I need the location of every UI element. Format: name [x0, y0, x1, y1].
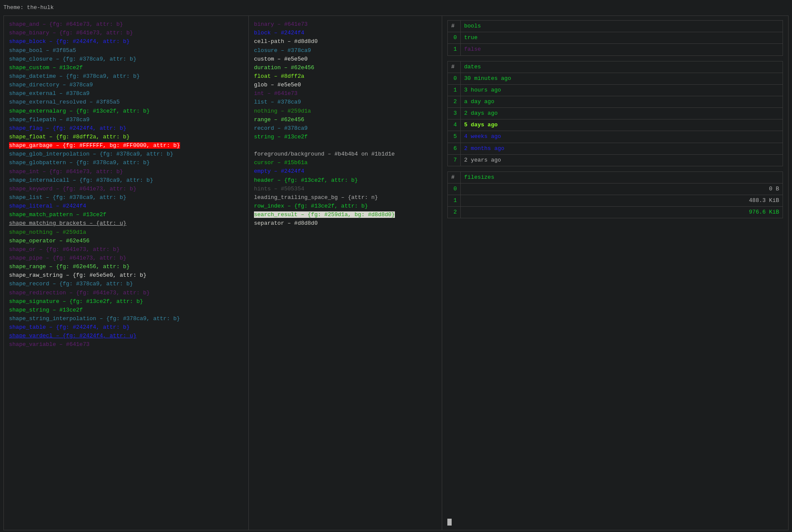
- search-highlight: search_result – {fg: #259d1a, bg: #d8d8d…: [254, 211, 395, 218]
- list-item: cell-path – #d8d8d0: [254, 37, 437, 46]
- list-item: shape_int – {fg: #641e73, attr: b}: [9, 168, 243, 176]
- list-item: shape_range – {fg: #62e456, attr: b}: [9, 263, 243, 271]
- list-item: shape_table – {fg: #2424f4, attr: b}: [9, 323, 243, 332]
- date-value: 3 hours ago: [461, 84, 783, 96]
- left-column: shape_and – {fg: #641e73, attr: b} shape…: [4, 16, 249, 530]
- terminal-cursor-area: [447, 223, 783, 526]
- list-item: shape_literal – #2424f4: [9, 202, 243, 211]
- row-index: 3: [448, 108, 461, 119]
- list-item: leading_trailing_space_bg – {attr: n}: [254, 193, 437, 202]
- list-item: shape_filepath – #378ca9: [9, 116, 243, 124]
- table-row: 2 976.6 KiB: [448, 207, 783, 218]
- list-item: shape_variable – #641e73: [9, 340, 243, 349]
- list-item: closure – #378ca9: [254, 46, 437, 55]
- list-item: shape_redirection – {fg: #641e73, attr: …: [9, 289, 243, 297]
- list-item: string – #13ce2f: [254, 133, 437, 141]
- date-value: 2 months ago: [461, 143, 783, 154]
- list-item: shape_record – {fg: #378ca9, attr: b}: [9, 280, 243, 288]
- list-item: range – #62e456: [254, 116, 437, 124]
- filesize-value: 0 B: [461, 183, 783, 195]
- filesize-value: 976.6 KiB: [461, 207, 783, 218]
- row-index: 1: [448, 195, 461, 207]
- garbage-highlight: shape_garbage – {fg: #FFFFFF, bg: #FF000…: [9, 142, 180, 149]
- list-item: shape_external – #378ca9: [9, 89, 243, 98]
- table-row: 1 3 hours ago: [448, 84, 783, 96]
- table-row: 3 2 days ago: [448, 108, 783, 119]
- list-item: record – #378ca9: [254, 124, 437, 133]
- row-index: 2: [448, 96, 461, 107]
- bool-value: false: [461, 44, 783, 55]
- list-item: shape_pipe – {fg: #641e73, attr: b}: [9, 254, 243, 263]
- list-item: glob – #e5e5e0: [254, 81, 437, 89]
- date-value: 5 days ago: [461, 119, 783, 131]
- list-item: empty – #2424f4: [254, 167, 437, 176]
- main-layout: shape_and – {fg: #641e73, attr: b} shape…: [3, 15, 789, 530]
- row-index: 7: [448, 154, 461, 166]
- date-value: 2 days ago: [461, 108, 783, 119]
- list-item: duration – #62e456: [254, 64, 437, 72]
- list-item: shape_bool – #3f85a5: [9, 46, 243, 55]
- date-value: 2 years ago: [461, 154, 783, 166]
- table-row: 7 2 years ago: [448, 154, 783, 166]
- list-item: shape_raw_string – {fg: #e5e5e0, attr: b…: [9, 271, 243, 280]
- list-item: shape_float – {fg: #8dff2a, attr: b}: [9, 133, 243, 141]
- row-index: 0: [448, 183, 461, 195]
- list-item: shape_list – {fg: #378ca9, attr: b}: [9, 193, 243, 202]
- right-column: # bools 0 true 1 false: [442, 16, 788, 530]
- list-item: binary – #641e73: [254, 20, 437, 29]
- list-item: list – #378ca9: [254, 98, 437, 107]
- date-value: a day ago: [461, 96, 783, 107]
- list-item: shape_vardecl – {fg: #2424f4, attr: u}: [9, 332, 243, 340]
- bools-hash-header: #: [448, 21, 461, 32]
- list-item: shape_string_interpolation – {fg: #378ca…: [9, 315, 243, 323]
- row-index: 2: [448, 207, 461, 218]
- list-item: shape_string – #13ce2f: [9, 306, 243, 315]
- filesizes-section: # filesizes 0 0 B 1 488.3 KiB 2: [447, 171, 783, 219]
- list-item: shape_or – {fg: #641e73, attr: b}: [9, 245, 243, 254]
- list-item: shape_glob_interpolation – {fg: #378ca9,…: [9, 150, 243, 159]
- list-item: shape_globpattern – {fg: #378ca9, attr: …: [9, 159, 243, 167]
- list-item-garbage: shape_garbage – {fg: #FFFFFF, bg: #FF000…: [9, 141, 243, 150]
- row-index: 0: [448, 73, 461, 84]
- list-item: shape_datetime – {fg: #378ca9, attr: b}: [9, 72, 243, 81]
- table-row: 6 2 months ago: [448, 143, 783, 154]
- list-item: row_index – {fg: #13ce2f, attr: b}: [254, 202, 437, 211]
- list-item: shape_externalarg – {fg: #13ce2f, attr: …: [9, 107, 243, 116]
- list-item: block – #2424f4: [254, 29, 437, 37]
- row-index: 0: [448, 32, 461, 44]
- list-item: shape_nothing – #259d1a: [9, 228, 243, 237]
- list-item: foreground/background – #b4b4b4 on #1b1d…: [254, 150, 437, 159]
- list-item: shape_match_pattern – #13ce2f: [9, 211, 243, 219]
- filesize-value: 488.3 KiB: [461, 195, 783, 207]
- list-item: shape_block – {fg: #2424f4, attr: b}: [9, 37, 243, 46]
- bools-table: # bools 0 true 1 false: [447, 20, 783, 55]
- table-row: 1 false: [448, 44, 783, 55]
- filesizes-hash-header: #: [448, 171, 461, 183]
- bools-section: # bools 0 true 1 false: [447, 20, 783, 55]
- bools-header: bools: [461, 21, 783, 32]
- list-item: custom – #e5e5e0: [254, 55, 437, 64]
- dates-section: # dates 0 30 minutes ago 1 3 hours ago 2: [447, 61, 783, 166]
- row-index: 1: [448, 84, 461, 96]
- list-item: shape_keyword – {fg: #641e73, attr: b}: [9, 185, 243, 193]
- row-index: 6: [448, 143, 461, 154]
- filesizes-table: # filesizes 0 0 B 1 488.3 KiB 2: [447, 171, 783, 219]
- row-index: 5: [448, 131, 461, 143]
- table-row: 4 5 days ago: [448, 119, 783, 131]
- table-row: 1 488.3 KiB: [448, 195, 783, 207]
- list-item: shape_closure – {fg: #378ca9, attr: b}: [9, 55, 243, 64]
- list-item: shape_custom – #13ce2f: [9, 64, 243, 72]
- list-item: shape_binary – {fg: #641e73, attr: b}: [9, 29, 243, 37]
- list-item: shape_and – {fg: #641e73, attr: b}: [9, 20, 243, 29]
- filesizes-header: filesizes: [461, 171, 783, 183]
- list-item: int – #641e73: [254, 89, 437, 98]
- list-item: cursor – #15b61a: [254, 159, 437, 167]
- list-item: shape_matching_brackets – {attr: u}: [9, 219, 243, 228]
- list-item: shape_signature – {fg: #13ce2f, attr: b}: [9, 297, 243, 306]
- mid-column: binary – #641e73 block – #2424f4 cell-pa…: [249, 16, 442, 530]
- list-item: separator – #d8d8d0: [254, 219, 437, 228]
- theme-header: Theme: the-hulk: [3, 3, 789, 12]
- list-item: shape_directory – #378ca9: [9, 81, 243, 89]
- table-row: 0 0 B: [448, 183, 783, 195]
- row-index: 1: [448, 44, 461, 55]
